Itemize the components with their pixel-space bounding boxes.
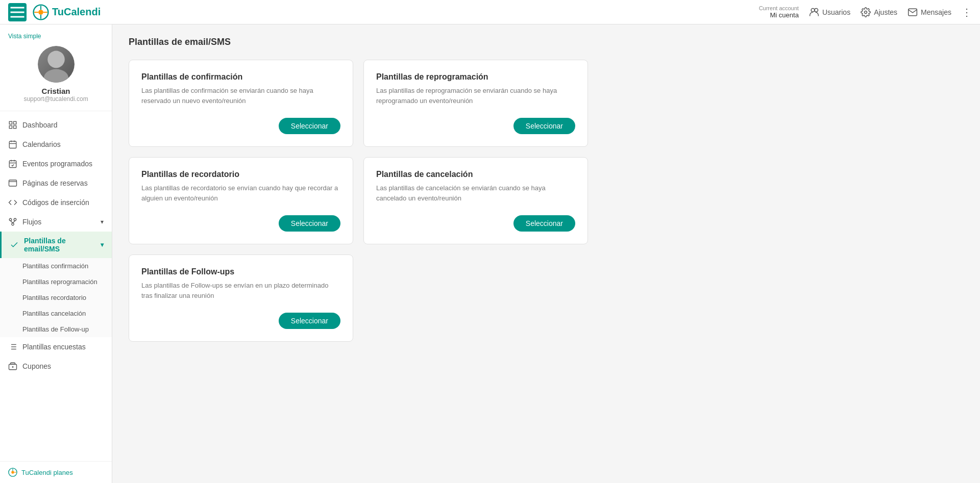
card-reprogramacion-desc: Las plantillas de reprogramación se envi… xyxy=(376,86,575,106)
card-confirmacion-select-button[interactable]: Seleccionar xyxy=(279,118,340,134)
subnav-item-plantillas-recordatorio[interactable]: Plantillas recordatorio xyxy=(0,290,112,306)
sidebar-item-dashboard[interactable]: Dashboard xyxy=(0,115,112,135)
mensajes-icon xyxy=(908,7,918,17)
card-followups-desc: Las plantillas de Follow-ups se envían e… xyxy=(141,281,340,300)
subnav-item-plantillas-reprogramacion[interactable]: Plantillas reprogramación xyxy=(0,274,112,290)
sidebar-nav: Dashboard Calendarios Eventos programado… xyxy=(0,111,112,461)
card-confirmacion-footer: Seleccionar xyxy=(141,118,340,134)
usuarios-link[interactable]: Usuarios xyxy=(809,7,850,17)
svg-rect-18 xyxy=(9,141,16,148)
svg-point-10 xyxy=(815,8,818,12)
more-button[interactable]: ⋮ xyxy=(962,6,972,18)
sidebar-item-plantillas-encuestas-label: Plantillas encuestas xyxy=(22,343,104,351)
navbar-right: Current account Mi cuenta Usuarios Ajust… xyxy=(759,5,972,19)
sidebar-item-codigos-insercion[interactable]: Códigos de inserción xyxy=(0,193,112,212)
card-followups-title: Plantillas de Follow-ups xyxy=(141,267,340,276)
top-navbar: TuCalendi Current account Mi cuenta Usua… xyxy=(0,0,980,24)
card-reprogramacion: Plantillas de reprogramación Las plantil… xyxy=(363,60,588,147)
svg-point-43 xyxy=(11,471,14,473)
plantillas-subnav: Plantillas confirmación Plantillas repro… xyxy=(0,258,112,337)
sidebar-item-calendarios[interactable]: Calendarios xyxy=(0,135,112,154)
navbar-left: TuCalendi xyxy=(8,3,101,21)
plantillas-chevron-icon: ▾ xyxy=(101,241,104,248)
card-reprogramacion-title: Plantillas de reprogramación xyxy=(376,72,575,82)
cupones-icon xyxy=(8,362,17,371)
card-cancelacion-desc: Las plantillas de cancelación se enviará… xyxy=(376,183,575,203)
page-title: Plantillas de email/SMS xyxy=(129,37,964,47)
svg-line-32 xyxy=(13,221,15,223)
tucalendi-plans-label: TuCalendi planes xyxy=(21,469,73,476)
card-confirmacion-desc: Las plantillas de confirmación se enviar… xyxy=(141,86,340,106)
subnav-item-plantillas-cancelacion[interactable]: Plantillas cancelación xyxy=(0,306,112,321)
app-body: Vista simple Cristian support@tucalendi.… xyxy=(0,24,980,483)
sidebar-item-codigos-insercion-label: Códigos de inserción xyxy=(22,198,104,207)
sidebar: Vista simple Cristian support@tucalendi.… xyxy=(0,24,112,483)
svg-point-30 xyxy=(12,223,14,225)
codigos-insercion-icon xyxy=(8,198,17,207)
sidebar-item-paginas-reservas[interactable]: Páginas de reservas xyxy=(0,173,112,193)
sidebar-footer: TuCalendi planes xyxy=(0,461,112,483)
sidebar-item-cupones[interactable]: Cupones xyxy=(0,357,112,376)
hamburger-button[interactable] xyxy=(8,3,27,21)
main-content: Plantillas de email/SMS Plantillas de co… xyxy=(112,24,980,483)
svg-point-11 xyxy=(865,11,867,13)
sidebar-item-eventos-programados[interactable]: Eventos programados xyxy=(0,154,112,173)
card-reprogramacion-select-button[interactable]: Seleccionar xyxy=(513,118,575,134)
svg-rect-16 xyxy=(9,126,12,129)
sidebar-item-cupones-label: Cupones xyxy=(22,362,104,370)
card-reprogramacion-footer: Seleccionar xyxy=(376,118,575,134)
sidebar-item-plantillas-email-sms[interactable]: Plantillas de email/SMS ▾ xyxy=(0,232,112,258)
sidebar-item-eventos-programados-label: Eventos programados xyxy=(22,160,104,168)
usuarios-icon xyxy=(809,7,819,17)
svg-point-29 xyxy=(14,218,16,221)
flujos-chevron-icon: ▾ xyxy=(101,218,104,225)
card-recordatorio-title: Plantillas de recordatorio xyxy=(141,170,340,179)
card-recordatorio-footer: Seleccionar xyxy=(141,215,340,232)
sidebar-item-plantillas-email-sms-label: Plantillas de email/SMS xyxy=(24,237,95,253)
avatar-image xyxy=(38,46,75,83)
sidebar-item-plantillas-encuestas[interactable]: Plantillas encuestas xyxy=(0,337,112,357)
card-cancelacion-select-button[interactable]: Seleccionar xyxy=(513,215,575,232)
card-confirmacion: Plantillas de confirmación Las plantilla… xyxy=(129,60,353,147)
card-cancelacion: Plantillas de cancelación Las plantillas… xyxy=(363,157,588,244)
vista-simple-link[interactable]: Vista simple xyxy=(8,33,41,40)
calendarios-icon xyxy=(8,140,17,149)
user-email: support@tucalendi.com xyxy=(23,95,88,103)
tucalendi-plans-link[interactable]: TuCalendi planes xyxy=(8,468,104,477)
flujos-icon xyxy=(8,217,17,226)
paginas-reservas-icon xyxy=(8,179,17,188)
card-followups-footer: Seleccionar xyxy=(141,313,340,329)
sidebar-item-calendarios-label: Calendarios xyxy=(22,140,104,148)
eventos-programados-icon xyxy=(8,159,17,168)
mensajes-link[interactable]: Mensajes xyxy=(908,7,951,17)
svg-point-12 xyxy=(47,51,65,68)
card-followups-select-button[interactable]: Seleccionar xyxy=(279,313,340,329)
svg-rect-15 xyxy=(14,121,16,124)
subnav-item-plantillas-followup[interactable]: Plantillas de Follow-up xyxy=(0,321,112,337)
logo: TuCalendi xyxy=(33,4,101,20)
logo-icon xyxy=(33,4,49,20)
sidebar-item-dashboard-label: Dashboard xyxy=(22,121,104,129)
current-account: Current account Mi cuenta xyxy=(759,5,799,19)
svg-rect-22 xyxy=(9,161,16,168)
cards-grid: Plantillas de confirmación Las plantilla… xyxy=(129,60,588,342)
tucalendi-plans-icon xyxy=(8,468,17,477)
card-confirmacion-title: Plantillas de confirmación xyxy=(141,72,340,82)
svg-rect-26 xyxy=(9,180,17,186)
user-name: Cristian xyxy=(42,87,70,95)
svg-line-31 xyxy=(11,221,13,223)
svg-point-13 xyxy=(44,69,68,83)
ajustes-link[interactable]: Ajustes xyxy=(861,7,897,17)
svg-rect-14 xyxy=(9,121,12,124)
svg-rect-17 xyxy=(14,126,16,129)
sidebar-item-flujos[interactable]: Flujos ▾ xyxy=(0,212,112,232)
card-recordatorio-desc: Las plantillas de recordatorio se envían… xyxy=(141,183,340,203)
sidebar-header: Vista simple Cristian support@tucalendi.… xyxy=(0,24,112,111)
logo-text: TuCalendi xyxy=(52,6,101,18)
card-cancelacion-title: Plantillas de cancelación xyxy=(376,170,575,179)
dashboard-icon xyxy=(8,120,17,130)
subnav-item-plantillas-confirmacion[interactable]: Plantillas confirmación xyxy=(0,258,112,274)
card-recordatorio-select-button[interactable]: Seleccionar xyxy=(279,215,340,232)
ajustes-icon xyxy=(861,7,871,17)
plantillas-email-sms-icon xyxy=(10,240,19,249)
